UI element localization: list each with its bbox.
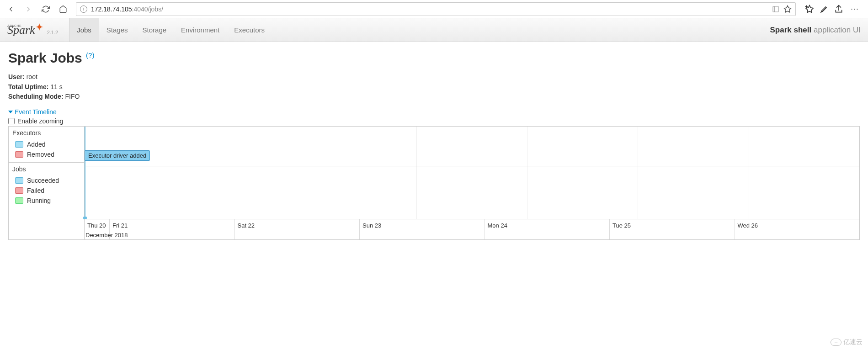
more-icon[interactable]: ··· bbox=[849, 4, 861, 14]
event-timeline-toggle[interactable]: Event Timeline bbox=[8, 108, 860, 116]
svg-marker-2 bbox=[784, 5, 791, 12]
browser-toolbar: i 172.18.74.105:4040/jobs/ ··· bbox=[0, 0, 868, 18]
address-bar[interactable]: i 172.18.74.105:4040/jobs/ bbox=[76, 2, 796, 16]
tab-environment[interactable]: Environment bbox=[174, 18, 227, 42]
legend-succeeded: Succeeded bbox=[12, 175, 80, 186]
axis-tick: Mon 24 bbox=[488, 222, 507, 229]
svg-rect-0 bbox=[773, 6, 778, 12]
home-button[interactable] bbox=[56, 2, 70, 16]
url-text: 172.18.74.105:4040/jobs/ bbox=[91, 5, 163, 13]
caret-down-icon bbox=[8, 111, 13, 113]
meta-list: User: root Total Uptime: 11 s Scheduling… bbox=[8, 72, 860, 102]
spark-navbar: Spark✦ 2.1.2 Jobs Stages Storage Environ… bbox=[0, 18, 868, 42]
group-executors-title: Executors bbox=[12, 129, 80, 137]
legend-removed: Removed bbox=[12, 149, 80, 159]
share-icon[interactable] bbox=[834, 5, 843, 14]
timeline-row-jobs bbox=[85, 166, 859, 219]
group-jobs-title: Jobs bbox=[12, 165, 80, 173]
info-icon[interactable]: i bbox=[80, 5, 87, 13]
browser-right-icons: ··· bbox=[801, 4, 864, 14]
enable-zooming-row: Enable zooming bbox=[8, 117, 860, 125]
nav-tabs: Jobs Stages Storage Environment Executor… bbox=[69, 18, 272, 42]
axis-tick: Sun 23 bbox=[362, 222, 381, 229]
timeline-canvas[interactable]: Executor driver added Thu 20 Fri 21 Sat … bbox=[85, 127, 859, 239]
favorites-icon[interactable] bbox=[805, 5, 814, 14]
forward-button[interactable] bbox=[21, 2, 36, 16]
axis-tick: Tue 25 bbox=[612, 222, 631, 229]
page-title: Spark Jobs (?) bbox=[8, 50, 860, 66]
timeline-event-executor-added[interactable]: Executor driver added bbox=[85, 150, 150, 161]
group-executors: Executors Added Removed bbox=[9, 127, 84, 163]
legend-added: Added bbox=[12, 139, 80, 149]
spark-logo[interactable]: Spark✦ 2.1.2 bbox=[7, 23, 58, 37]
legend-running: Running bbox=[12, 196, 80, 206]
spark-version: 2.1.2 bbox=[47, 30, 58, 35]
help-link[interactable]: (?) bbox=[86, 51, 94, 59]
enable-zooming-label: Enable zooming bbox=[17, 117, 63, 125]
timeline-legend-column: Executors Added Removed Jobs Succeeded F… bbox=[9, 127, 85, 239]
timeline-row-executors: Executor driver added bbox=[85, 127, 859, 166]
tab-storage[interactable]: Storage bbox=[135, 18, 174, 42]
back-button[interactable] bbox=[4, 2, 18, 16]
axis-tick: Thu 20 bbox=[87, 222, 106, 229]
tab-executors[interactable]: Executors bbox=[227, 18, 272, 42]
enable-zooming-checkbox[interactable] bbox=[8, 118, 15, 124]
tab-stages[interactable]: Stages bbox=[99, 18, 135, 42]
tab-jobs[interactable]: Jobs bbox=[69, 18, 99, 42]
favorite-star-icon[interactable] bbox=[783, 5, 792, 13]
reading-list-icon[interactable] bbox=[772, 5, 780, 13]
refresh-button[interactable] bbox=[38, 2, 53, 16]
notes-icon[interactable] bbox=[820, 5, 829, 14]
timeline: Executors Added Removed Jobs Succeeded F… bbox=[8, 126, 860, 240]
group-jobs: Jobs Succeeded Failed Running bbox=[9, 163, 84, 208]
axis-tick: Sat 22 bbox=[238, 222, 255, 229]
legend-failed: Failed bbox=[12, 186, 80, 196]
app-label: Spark shell application UI bbox=[770, 26, 861, 35]
page-content: Spark Jobs (?) User: root Total Uptime: … bbox=[0, 42, 868, 248]
timeline-axis: Thu 20 Fri 21 Sat 22 Sun 23 Mon 24 Tue 2… bbox=[85, 219, 859, 239]
axis-tick: Wed 26 bbox=[738, 222, 758, 229]
axis-month: December 2018 bbox=[85, 232, 128, 239]
axis-tick: Fri 21 bbox=[112, 222, 128, 229]
